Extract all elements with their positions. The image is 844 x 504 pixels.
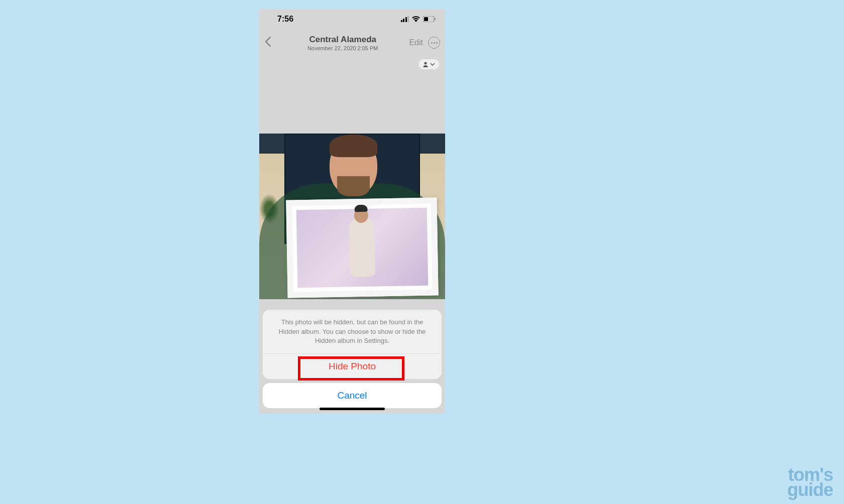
status-bar: 7:56 [259,9,445,29]
cellular-signal-icon [401,16,409,22]
ellipsis-icon [431,42,438,44]
svg-point-3 [425,62,427,65]
wifi-icon [412,16,420,22]
sheet-message: This photo will be hidden, but can be fo… [263,310,442,354]
page-title: Central Alameda [276,35,409,45]
back-button[interactable] [264,36,276,49]
more-options-button[interactable] [428,37,440,49]
battery-icon [423,16,436,22]
phone-screenshot: 7:56 Central Alameda November 22, 2020 2… [259,9,445,413]
status-time: 7:56 [268,15,293,24]
action-sheet: This photo will be hidden, but can be fo… [263,310,442,408]
svg-rect-2 [435,18,436,20]
home-indicator[interactable] [320,408,385,410]
person-icon [423,61,429,67]
watermark-line2: guide [787,482,833,498]
status-icons [401,16,437,22]
photo-viewer[interactable] [259,134,445,299]
page-subtitle: November 22, 2020 2:05 PM [276,45,409,51]
watermark-logo: tom's guide [787,467,833,498]
chevron-down-icon [430,63,435,66]
people-tag-button[interactable] [418,59,439,69]
nav-header: Central Alameda November 22, 2020 2:05 P… [259,29,445,56]
hide-photo-button[interactable]: Hide Photo [263,354,442,379]
edit-button[interactable]: Edit [409,38,423,47]
cancel-button[interactable]: Cancel [263,383,442,408]
svg-rect-1 [424,17,428,21]
